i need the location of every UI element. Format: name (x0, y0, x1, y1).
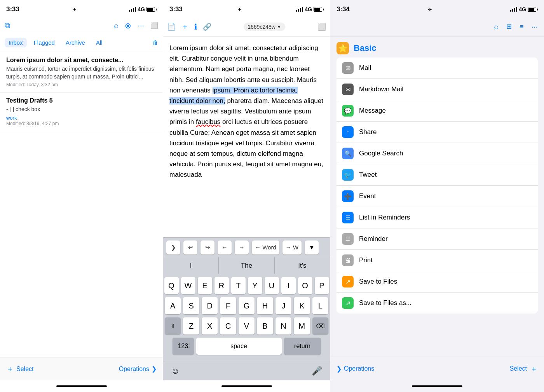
key-g[interactable]: G (239, 297, 255, 314)
action-item-google-search[interactable]: 🔍 Google Search (337, 143, 538, 164)
search-icon-p3[interactable]: ⌕ (494, 22, 499, 31)
more-icon-p1[interactable]: ··· (138, 21, 144, 30)
bar2-3 (512, 9, 513, 12)
key-o[interactable]: O (298, 277, 312, 294)
status-time-1: 3:33 (6, 5, 19, 13)
action-item-save-files[interactable]: ↗ Save to Files (337, 271, 538, 293)
action-item-print[interactable]: 🖨 Print (337, 250, 538, 271)
autocomplete-i[interactable]: I (163, 257, 219, 274)
key-v[interactable]: V (239, 317, 255, 335)
tab-flagged[interactable]: Flagged (30, 38, 59, 47)
key-num[interactable]: 123 (173, 338, 194, 355)
trash-icon[interactable]: 🗑 (152, 39, 158, 46)
action-item-tweet[interactable]: 🐦 Tweet (337, 164, 538, 186)
key-d[interactable]: D (202, 297, 218, 314)
action-item-list-reminders[interactable]: ☰ List in Reminders (337, 207, 538, 228)
kb-right-btn[interactable]: → (235, 240, 249, 254)
add-button-p1[interactable]: ＋ Select (6, 364, 33, 374)
select-label-p3: Select (510, 365, 527, 372)
battery-1 (146, 7, 157, 12)
email-item-2[interactable]: Testing Drafts 5 - [ ] check box work Mo… (0, 92, 163, 131)
email-item-1[interactable]: Lorem ipsum dolor sit amet, consecte... … (0, 51, 163, 92)
tab-all[interactable]: All (92, 38, 106, 47)
operations-button-p1[interactable]: Operations ❯ (119, 365, 157, 373)
key-m[interactable]: M (294, 317, 310, 335)
kb-undo-btn[interactable]: ↩ (183, 240, 197, 254)
save-files-as-icon: ↗ (342, 297, 354, 309)
kb-indent-btn[interactable]: ❯ (166, 240, 180, 254)
list-icon-p3[interactable]: ≡ (520, 23, 523, 31)
print-icon: 🖨 (342, 254, 354, 266)
key-shift[interactable]: ⇧ (165, 317, 181, 335)
action-item-mail[interactable]: ✉ Mail (337, 57, 538, 79)
compose-cancel-icon[interactable]: ⊗ (125, 21, 131, 30)
key-f[interactable]: F (220, 297, 236, 314)
signal-bars-3 (510, 7, 517, 12)
autocomplete-its[interactable]: It's (275, 257, 330, 274)
message-icon: 💬 (342, 105, 354, 117)
key-delete[interactable]: ⌫ (312, 317, 328, 335)
kb-left-btn[interactable]: ← (218, 240, 232, 254)
document-icon[interactable]: 📄 (167, 23, 176, 31)
key-return[interactable]: return (284, 338, 321, 355)
action-label-list-reminders: List in Reminders (359, 214, 410, 221)
tab-inbox[interactable]: Inbox (5, 38, 27, 47)
search-icon-p1[interactable]: ⌕ (114, 21, 119, 30)
panel3-bottom: ❯ Operations Select ＋ (330, 357, 544, 380)
key-b[interactable]: B (257, 317, 273, 335)
expand-icon[interactable]: ⬜ (317, 23, 326, 31)
key-p[interactable]: P (315, 277, 329, 294)
select-button-p3[interactable]: Select ＋ (510, 364, 538, 374)
action-item-save-files-as[interactable]: ↗ Save to Files as... (337, 293, 538, 314)
kb-word-left-btn[interactable]: ← Word (252, 240, 279, 254)
tab-archive[interactable]: Archive (62, 38, 89, 47)
key-x[interactable]: X (202, 317, 218, 335)
key-h[interactable]: H (257, 297, 273, 314)
add-icon[interactable]: ＋ (181, 21, 189, 32)
more-icon-p3[interactable]: ··· (531, 22, 538, 31)
action-item-share[interactable]: ↑ Share (337, 122, 538, 143)
key-a[interactable]: A (165, 297, 181, 314)
panel3-bottom-bar: ❯ Operations Select ＋ (330, 357, 544, 380)
key-j[interactable]: J (275, 297, 291, 314)
bar1 (129, 10, 130, 12)
key-r[interactable]: R (214, 277, 229, 294)
key-l[interactable]: L (312, 297, 328, 314)
autocomplete-the[interactable]: The (219, 257, 274, 274)
list-reminders-icon: ☰ (342, 212, 354, 223)
key-row-4: 123 space return (165, 338, 328, 355)
action-item-message[interactable]: 💬 Message (337, 100, 538, 122)
filter-icon[interactable]: ⧉ (5, 21, 10, 30)
info-icon[interactable]: ℹ (194, 22, 197, 31)
key-q[interactable]: Q (164, 277, 179, 294)
key-t[interactable]: T (231, 277, 246, 294)
key-i[interactable]: I (281, 277, 296, 294)
key-w[interactable]: W (181, 277, 195, 294)
action-item-reminder[interactable]: ☰ Reminder (337, 228, 538, 250)
emoji-icon[interactable]: ☺ (171, 366, 180, 376)
action-item-markdown-mail[interactable]: ✉ Markdown Mail (337, 79, 538, 100)
link-icon[interactable]: 🔗 (203, 23, 211, 31)
status-bar-2: 3:33 ✈ 4G (163, 0, 330, 17)
key-z[interactable]: Z (183, 317, 199, 335)
key-n[interactable]: N (275, 317, 291, 335)
key-k[interactable]: K (294, 297, 310, 314)
layout-icon[interactable]: ⬜ (150, 22, 158, 29)
key-e[interactable]: E (198, 277, 212, 294)
action-item-event[interactable]: ➕ Event (337, 186, 538, 207)
kb-word-right-btn[interactable]: → W (282, 240, 302, 254)
key-u[interactable]: U (265, 277, 279, 294)
bar2 (131, 9, 132, 12)
key-y[interactable]: Y (248, 277, 262, 294)
copy-icon-p3[interactable]: ⊞ (506, 23, 512, 31)
version-badge[interactable]: 1669c248w ▼ (244, 23, 285, 31)
key-space[interactable]: space (196, 338, 282, 355)
editor-content[interactable]: Lorem ipsum dolor sit amet, consectetur … (163, 37, 330, 237)
microphone-icon[interactable]: 🎤 (312, 366, 322, 376)
operations-button-p3[interactable]: ❯ Operations (337, 365, 374, 373)
action-label-message: Message (359, 107, 386, 115)
key-c[interactable]: C (220, 317, 236, 335)
kb-chevron-btn[interactable]: ▼ (305, 240, 319, 254)
kb-redo-btn[interactable]: ↪ (201, 240, 214, 254)
key-s[interactable]: S (183, 297, 199, 314)
